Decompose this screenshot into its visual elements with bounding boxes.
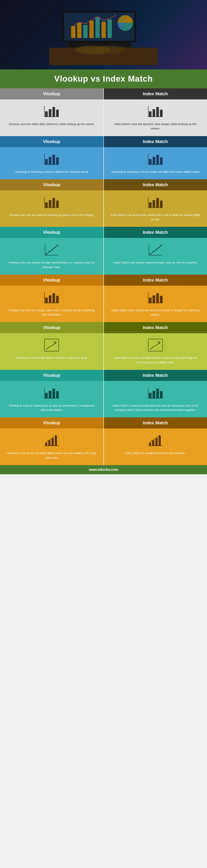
right-text-8: Index Match is usually faster than the V… — [125, 451, 185, 455]
svg-point-63 — [156, 249, 157, 250]
left-text-5: Vlookup has limit for lookup, value size… — [6, 308, 97, 317]
left-col-1: Vlookup uses the static data reference w… — [0, 99, 103, 136]
comparison-row-4: Vlookup Index Match Vlookup only can loo… — [0, 227, 207, 275]
right-col-5: Index Match does not posses any limit of… — [104, 286, 207, 322]
title-bar: Vlookup vs Index Match — [0, 69, 207, 88]
right-icon-6 — [147, 338, 164, 353]
left-text-2: Inserting or Deleting a column affects t… — [15, 170, 88, 174]
svg-rect-68 — [53, 293, 55, 303]
section-header-6: Vlookup Index Match — [0, 322, 207, 333]
svg-rect-69 — [56, 296, 59, 303]
right-text-3: Index Match can lookup the values from L… — [110, 213, 201, 222]
comparison-row-3: Vlookup Index Match Vlookup can only be … — [0, 179, 207, 227]
left-icon-8 — [43, 433, 60, 448]
svg-rect-41 — [49, 200, 51, 208]
comparison-row-1: Vlookup Index Match Vlookup uses the sta… — [0, 88, 207, 136]
svg-rect-47 — [152, 200, 155, 208]
svg-rect-22 — [149, 111, 151, 117]
svg-rect-29 — [49, 157, 51, 164]
svg-point-56 — [51, 249, 53, 250]
svg-rect-92 — [45, 442, 47, 446]
left-icon-2 — [43, 152, 60, 167]
left-header-4: Vlookup — [0, 227, 103, 238]
section-content-3: Vlookup can only be used for looking up … — [0, 190, 207, 227]
svg-rect-94 — [51, 438, 54, 446]
svg-rect-43 — [56, 200, 59, 208]
comparison-row-8: Vlookup Index Match Vlookup is not as fa… — [0, 417, 207, 465]
section-content-1: Vlookup uses the static data reference w… — [0, 99, 207, 136]
svg-rect-67 — [49, 296, 51, 303]
svg-rect-16 — [45, 111, 48, 117]
right-text-2: Inserting or deleting a column does not … — [111, 170, 199, 174]
right-icon-2 — [147, 152, 164, 167]
svg-rect-86 — [149, 393, 151, 398]
left-header-8: Vlookup — [0, 417, 103, 429]
svg-rect-30 — [53, 155, 55, 164]
comparison-row-6: Vlookup Index Match Vlookup is not frien… — [0, 322, 207, 370]
svg-rect-83 — [56, 391, 59, 398]
svg-rect-34 — [149, 159, 151, 164]
left-header-1: Vlookup — [0, 88, 103, 99]
svg-rect-82 — [53, 389, 55, 398]
left-col-8: Vlookup is not as fast as Index Match wh… — [0, 429, 103, 465]
svg-rect-25 — [160, 110, 163, 117]
svg-rect-24 — [156, 107, 159, 117]
svg-rect-100 — [156, 438, 158, 446]
svg-rect-99 — [152, 440, 154, 446]
right-text-7: Index Match is hard to understand as wel… — [110, 403, 201, 412]
section-header-7: Vlookup Index Match — [0, 370, 207, 381]
right-col-1: Index Match uses the dynamic data ranges… — [104, 99, 207, 136]
section-content-4: Vlookup only can lookup through vertical… — [0, 238, 207, 275]
svg-rect-75 — [160, 296, 163, 303]
page-title: Vlookup vs Index Match — [0, 74, 207, 84]
right-icon-5 — [147, 290, 164, 305]
section-header-4: Vlookup Index Match — [0, 227, 207, 238]
svg-rect-73 — [152, 296, 155, 303]
svg-point-61 — [149, 253, 151, 255]
section-header-3: Vlookup Index Match — [0, 179, 207, 190]
left-text-4: Vlookup only can lookup through vertical… — [6, 260, 97, 269]
svg-rect-18 — [53, 107, 55, 117]
svg-rect-87 — [152, 391, 155, 398]
comparison-section: Vlookup Index Match Vlookup uses the sta… — [0, 88, 207, 465]
section-header-1: Vlookup Index Match — [0, 88, 207, 99]
left-text-1: Vlookup uses the static data reference w… — [8, 122, 95, 126]
svg-rect-81 — [49, 391, 51, 398]
svg-rect-37 — [160, 157, 163, 164]
left-col-7: Vlookup is easy to understand as well as… — [0, 381, 103, 417]
left-header-6: Vlookup — [0, 322, 103, 333]
right-text-4: Index Match can lookup values through ro… — [113, 260, 198, 265]
left-header-7: Vlookup — [0, 370, 103, 381]
footer: www.educba.com — [0, 465, 207, 474]
left-header-5: Vlookup — [0, 275, 103, 286]
svg-rect-17 — [49, 109, 51, 117]
section-content-8: Vlookup is not as fast as Index Match wh… — [0, 429, 207, 465]
hero-overlay — [0, 0, 207, 69]
right-col-8: Index Match is usually faster than the V… — [104, 429, 207, 465]
right-icon-8 — [147, 433, 164, 448]
right-col-6: Index Match is more friendly when it com… — [104, 333, 207, 370]
svg-rect-40 — [45, 202, 48, 208]
svg-rect-48 — [156, 198, 159, 208]
svg-rect-66 — [45, 298, 48, 303]
svg-rect-93 — [48, 440, 50, 446]
right-text-6: Index Match is more friendly when it com… — [110, 356, 201, 365]
right-header-7: Index Match — [104, 370, 207, 381]
svg-point-58 — [57, 245, 58, 246]
svg-rect-74 — [156, 293, 159, 303]
left-icon-6 — [43, 338, 60, 353]
left-text-7: Vlookup is easy to understand as well as… — [6, 403, 97, 412]
right-icon-4 — [147, 242, 164, 257]
right-header-5: Index Match — [104, 275, 207, 286]
svg-rect-101 — [159, 436, 161, 446]
left-icon-4 — [43, 242, 60, 257]
svg-point-54 — [45, 253, 47, 255]
svg-point-57 — [54, 247, 56, 248]
left-icon-1 — [43, 104, 60, 119]
left-icon-3 — [43, 195, 60, 210]
svg-rect-49 — [160, 200, 163, 208]
left-icon-5 — [43, 290, 60, 305]
footer-url: www.educba.com — [0, 468, 207, 472]
right-icon-1 — [147, 104, 164, 119]
svg-rect-42 — [53, 198, 55, 208]
